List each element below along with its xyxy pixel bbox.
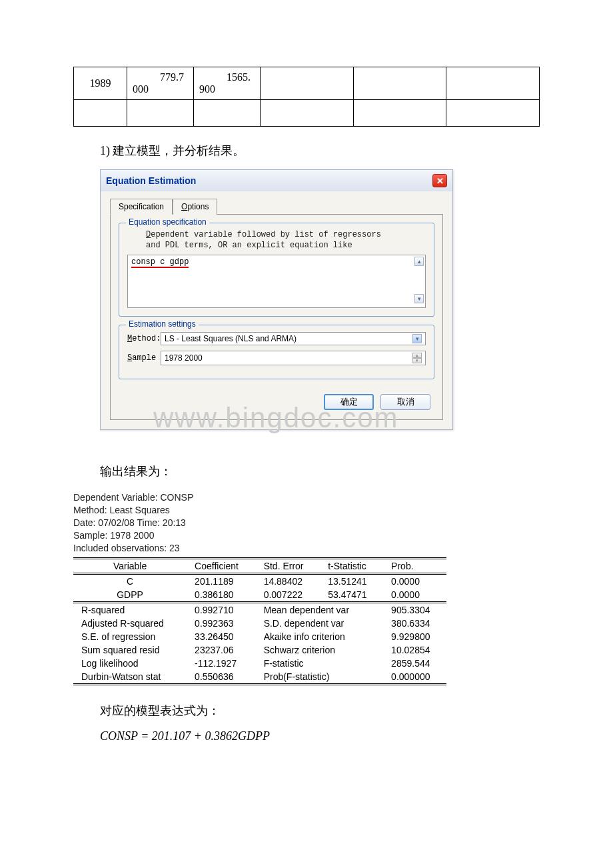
cell-empty bbox=[446, 67, 540, 100]
group-desc: Dependent variable followed by list of r… bbox=[146, 230, 426, 251]
sample-label: Sample bbox=[127, 353, 161, 363]
stat-row: R-squared0.992710Mean dependent var905.3… bbox=[73, 602, 446, 617]
spin-down-icon[interactable]: ▾ bbox=[412, 358, 422, 363]
output-label: 输出结果为： bbox=[100, 463, 540, 479]
cell-val1: 779.7 000 bbox=[127, 67, 194, 100]
stat-row: Adjusted R-squared0.992363S.D. dependent… bbox=[73, 617, 446, 630]
stat-row: Log likelihood-112.1927F-statistic2859.5… bbox=[73, 657, 446, 670]
equation-spec-group: Equation specification Dependent variabl… bbox=[119, 223, 434, 317]
col-tstat: t-Statistic bbox=[320, 558, 383, 573]
cancel-button[interactable]: 取消 bbox=[380, 394, 430, 410]
col-stderr: Std. Error bbox=[256, 558, 320, 573]
spin-up-icon[interactable]: ▴ bbox=[412, 353, 422, 358]
equation-estimation-dialog: Equation Estimation ✕ Specification Opti… bbox=[100, 169, 453, 430]
sample-input[interactable]: 1978 2000 ▴ ▾ bbox=[161, 351, 426, 365]
group-title: Estimation settings bbox=[126, 319, 199, 329]
scroll-down-icon[interactable]: ▾ bbox=[414, 294, 424, 303]
top-data-table: 1989 779.7 000 1565. 900 bbox=[73, 67, 540, 127]
estimation-settings-group: Estimation settings Method: LS - Least S… bbox=[119, 325, 434, 379]
tabs: Specification Options bbox=[110, 198, 443, 214]
method-label: Method: bbox=[127, 334, 161, 343]
cell-empty bbox=[353, 67, 446, 100]
results-meta: Dependent Variable: CONSP Method: Least … bbox=[73, 491, 540, 554]
cell-empty bbox=[261, 67, 354, 100]
cell-val2: 1565. 900 bbox=[194, 67, 261, 100]
col-variable: Variable bbox=[73, 558, 187, 573]
model-equation: CONSP = 201.107 + 0.3862GDPP bbox=[100, 729, 540, 743]
col-coefficient: Coefficient bbox=[187, 558, 256, 573]
stat-row: Durbin-Watson stat0.550636Prob(F-statist… bbox=[73, 670, 446, 685]
stat-row: S.E. of regression33.26450Akaike info cr… bbox=[73, 630, 446, 643]
close-button[interactable]: ✕ bbox=[432, 174, 447, 187]
dialog-title-text: Equation Estimation bbox=[106, 175, 196, 186]
close-icon: ✕ bbox=[436, 176, 444, 186]
equation-input[interactable]: consp c gdpp bbox=[127, 255, 426, 308]
model-expr-label: 对应的模型表达式为： bbox=[100, 703, 540, 719]
coef-row: GDPP 0.386180 0.007222 53.47471 0.0000 bbox=[73, 588, 446, 603]
group-title: Equation specification bbox=[126, 217, 209, 227]
chevron-down-icon: ▾ bbox=[412, 334, 422, 343]
coef-row: C 201.1189 14.88402 13.51241 0.0000 bbox=[73, 573, 446, 588]
method-combobox[interactable]: LS - Least Squares (NLS and ARMA) ▾ bbox=[161, 332, 426, 345]
stat-row: Sum squared resid23237.06Schwarz criteri… bbox=[73, 643, 446, 657]
regression-results-table: Variable Coefficient Std. Error t-Statis… bbox=[73, 557, 446, 685]
col-prob: Prob. bbox=[383, 558, 446, 573]
dialog-titlebar: Equation Estimation ✕ bbox=[101, 170, 452, 191]
scroll-up-icon[interactable]: ▴ bbox=[414, 257, 424, 266]
tab-specification[interactable]: Specification bbox=[110, 199, 173, 215]
ok-button[interactable]: 确定 bbox=[324, 394, 374, 410]
tab-options[interactable]: Options bbox=[173, 199, 217, 215]
cell-year: 1989 bbox=[74, 67, 127, 100]
step1-text: 1) 建立模型，并分析结果。 bbox=[100, 143, 540, 159]
